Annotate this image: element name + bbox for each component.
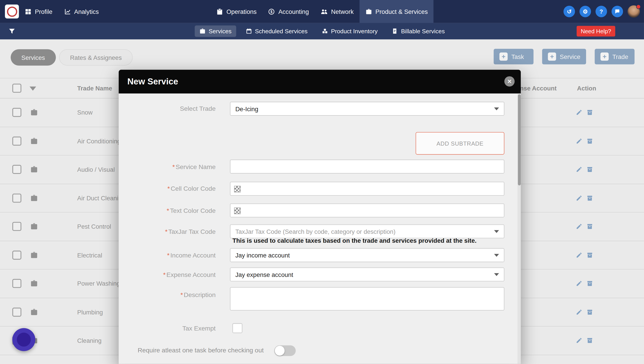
clipboard-icon [216,8,223,15]
subnav-services[interactable]: Services [195,26,236,37]
select-trade-value: De-Icing [235,105,258,112]
tax-exempt-label: Tax Exempt [182,324,216,333]
subnav-billable-label: Billable Services [401,28,445,34]
income-account-label: *Income Account [167,252,216,260]
subnav-scheduled-services[interactable]: Scheduled Services [241,26,312,37]
subnav-billable-services[interactable]: Billable Services [387,26,449,37]
color-picker-icon[interactable] [234,186,241,192]
chart-icon [64,8,71,15]
sub-navbar: Services Scheduled Services Product Inve… [0,23,644,39]
taxjar-help-text: This is used to calculate taxes based on… [233,237,477,244]
nav-analytics[interactable]: Analytics [58,0,105,23]
calendar-icon [246,28,252,34]
require-task-toggle[interactable] [274,346,296,356]
modal-body: Select Trade De-Icing ADD SUBTRADE *Serv… [119,94,521,364]
app: Profile Analytics Operations Accounting … [0,0,644,364]
select-trade-dropdown[interactable]: De-Icing [230,102,505,116]
text-color-label: *Text Color Code [167,207,216,215]
service-name-input[interactable] [230,160,504,173]
chevron-down-icon [494,273,499,276]
chevron-down-icon [494,230,499,233]
filter-icon[interactable] [8,28,16,35]
cell-color-field [230,182,505,196]
briefcase-icon [199,28,206,34]
receipt-icon [391,28,398,34]
text-color-field [230,204,505,217]
add-subtrade-button[interactable]: ADD SUBTRADE [416,132,505,154]
select-trade-label: Select Trade [180,104,216,113]
nav-profile[interactable]: Profile [19,0,58,23]
history-button[interactable]: ↺ [563,6,575,17]
chevron-down-icon [494,108,499,110]
nav-operations-label: Operations [227,8,257,15]
require-task-label: Require atleast one task before checking… [135,346,264,354]
service-name-field [230,160,505,173]
nav-product-services[interactable]: Product & Services [359,0,434,23]
close-icon: ✕ [507,79,512,84]
nav-network[interactable]: Network [315,0,359,23]
help-button[interactable]: ? [595,6,607,17]
user-avatar[interactable] [627,5,640,18]
settings-button[interactable]: ⚙ [580,6,591,17]
question-icon: ? [599,9,603,14]
top-nav-center: Operations Accounting Network Product & … [210,0,434,23]
text-color-input[interactable] [230,204,504,217]
nav-accounting-label: Accounting [278,8,309,15]
top-nav-right: ↺ ⚙ ? [563,0,640,23]
subnav-inventory-label: Product Inventory [331,28,378,34]
chat-icon [614,9,620,14]
description-label: *Description [180,291,216,299]
taxjar-input[interactable] [230,225,504,238]
expense-account-label: *Expense Account [163,271,216,279]
briefcase-icon [365,8,372,15]
nav-analytics-label: Analytics [74,8,99,15]
taxjar-field [230,224,505,238]
modal-header: New Service ✕ [119,70,521,94]
grid-icon [25,8,32,15]
chat-widget-fab[interactable] [12,328,35,351]
nav-network-label: Network [331,8,353,15]
nav-operations[interactable]: Operations [210,0,262,23]
people-icon [320,8,328,15]
new-service-modal: New Service ✕ Select Trade De-Icing ADD … [119,70,521,364]
page-content: Services Rates & Assignees + Task + Serv… [0,39,644,364]
dollar-circle-icon [268,8,275,15]
modal-scrollbar[interactable] [517,94,521,364]
nav-accounting[interactable]: Accounting [262,0,315,23]
top-navbar: Profile Analytics Operations Accounting … [0,0,644,23]
cell-color-input[interactable] [230,182,504,195]
chevron-down-icon [494,254,499,257]
modal-scrollbar-thumb[interactable] [518,94,521,185]
subnav-scheduled-label: Scheduled Services [255,28,307,34]
boxes-icon [322,28,328,34]
chat-button[interactable] [611,6,623,17]
need-help-badge[interactable]: Need Help? [577,26,615,36]
color-picker-icon[interactable] [234,208,241,214]
history-icon: ↺ [567,9,572,14]
subnav-services-label: Services [209,28,232,34]
nav-profile-label: Profile [35,8,52,15]
income-account-dropdown[interactable]: Jay income account [230,248,505,262]
subnav-product-inventory[interactable]: Product Inventory [317,26,382,37]
sub-nav-center: Services Scheduled Services Product Inve… [195,26,449,37]
close-button[interactable]: ✕ [504,76,515,87]
description-textarea[interactable] [230,287,505,311]
income-account-value: Jay income account [235,252,290,258]
tax-exempt-checkbox[interactable] [233,323,242,333]
service-name-label: *Service Name [172,163,216,171]
nav-product-services-label: Product & Services [375,8,428,15]
taxjar-label: *TaxJar Tax Code [165,228,216,236]
modal-title: New Service [127,76,178,86]
cell-color-label: *Cell Color Code [167,185,216,193]
expense-account-dropdown[interactable]: Jay expense account [230,268,505,281]
brand-logo[interactable] [5,4,19,18]
expense-account-value: Jay expense account [235,271,293,278]
gear-icon: ⚙ [583,9,588,14]
